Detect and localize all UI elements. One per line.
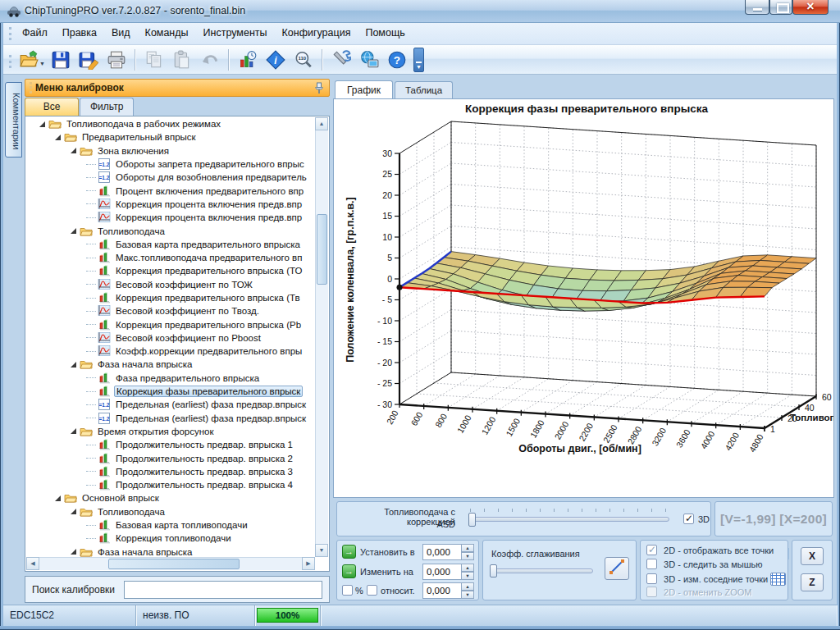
- info-button[interactable]: i: [263, 48, 288, 72]
- tree-item[interactable]: Базовая карта предварительного впрыска: [26, 238, 315, 251]
- overlay-slider[interactable]: [468, 517, 669, 522]
- tree-item[interactable]: Базовая карта топливоподачи: [26, 518, 315, 532]
- expand-arrow-icon[interactable]: [71, 428, 76, 434]
- expand-arrow-icon[interactable]: [71, 362, 76, 368]
- z-axis-button[interactable]: Z: [801, 573, 824, 591]
- set-value-input[interactable]: [422, 544, 462, 560]
- tree-item[interactable]: Продолжительность предвар. впрыска 3: [26, 465, 315, 478]
- tree-item[interactable]: =1.2Предельная (earliest) фаза предвар.в…: [26, 398, 315, 411]
- expand-arrow-icon[interactable]: [71, 148, 76, 153]
- minimize-button[interactable]: [745, 0, 769, 15]
- tree-item[interactable]: Коррекция предварительного впрыска (Pb: [26, 317, 315, 331]
- scroll-up-icon[interactable]: ▲: [315, 117, 328, 130]
- chart-area[interactable]: 302520151050- 5- 10- 15- 20- 25- 3020060…: [333, 98, 834, 498]
- tree-item[interactable]: Коррекция предварительного впрыска (ТО: [26, 264, 315, 277]
- tree-item[interactable]: Весовой коэффициент по Твозд.: [26, 304, 315, 317]
- open-file-button[interactable]: [16, 48, 41, 72]
- pin-icon[interactable]: [313, 82, 325, 100]
- undo-button[interactable]: [198, 48, 222, 72]
- expand-arrow-icon[interactable]: [71, 509, 76, 514]
- save-file-button[interactable]: [48, 48, 73, 72]
- tree-item[interactable]: Коррекция процента включения предв.впр: [26, 211, 315, 224]
- print-button[interactable]: [104, 48, 129, 72]
- tab-Таблица[interactable]: Таблица: [395, 81, 453, 98]
- change-value-spinner[interactable]: ▲▼: [461, 564, 474, 580]
- smoothing-slider-thumb[interactable]: [490, 564, 497, 578]
- vscroll-thumb[interactable]: [317, 214, 327, 285]
- tree-item[interactable]: Коррекция процента включения предв.впр: [26, 198, 315, 211]
- relative-value-spinner[interactable]: ▲▼: [461, 582, 474, 599]
- hscroll-thumb[interactable]: [108, 559, 240, 569]
- tree-item[interactable]: Коррекция фазы преварительного впрыск: [26, 385, 315, 398]
- scroll-right-icon[interactable]: ▶: [302, 557, 315, 570]
- percent-checkbox[interactable]: [342, 585, 353, 596]
- tree-folder[interactable]: Топливоподача: [26, 505, 315, 518]
- x-axis-button[interactable]: X: [801, 547, 824, 565]
- view-option-checkbox[interactable]: [646, 559, 657, 569]
- tree-item[interactable]: Продолжительность предвар. впрыска 4: [26, 478, 315, 491]
- close-button[interactable]: [792, 0, 829, 15]
- expand-arrow-icon[interactable]: [55, 495, 61, 501]
- expand-arrow-icon[interactable]: [55, 135, 61, 140]
- tree-item[interactable]: =1.2Обороты для возобновления предварите…: [26, 171, 315, 184]
- tree-item[interactable]: Коррекция предварительного впрыска (Тв: [26, 291, 315, 304]
- tree-item[interactable]: Фаза предварительного впрыска: [26, 372, 315, 385]
- tree-item[interactable]: =1.2Предельная (earliest) фаза предвар.в…: [26, 412, 315, 425]
- relative-checkbox[interactable]: [367, 585, 377, 596]
- menu-Вид[interactable]: Вид: [104, 23, 138, 42]
- tree-item[interactable]: Коэфф.коррекции предварительного впры: [26, 345, 315, 358]
- save-as-button[interactable]: [76, 48, 101, 72]
- web-update-button[interactable]: [357, 48, 381, 72]
- smoothing-slider[interactable]: [490, 568, 593, 573]
- tree-folder[interactable]: Топливоподача в рабочих режимах: [26, 117, 315, 130]
- tree-folder[interactable]: Фаза начала впрыска: [26, 546, 315, 558]
- copy-button[interactable]: [142, 48, 167, 72]
- set-value-spinner[interactable]: ▲▼: [461, 544, 474, 560]
- tab-График[interactable]: График: [335, 80, 393, 99]
- tree-item[interactable]: Весовой коэффициент по Pboost: [26, 331, 315, 345]
- tree-hscrollbar[interactable]: ◀ ▶: [26, 557, 315, 570]
- open-dropdown-icon[interactable]: ▼: [39, 61, 45, 66]
- tree-folder[interactable]: Топливоподача: [26, 224, 315, 237]
- menu-Конфигурация[interactable]: Конфигурация: [275, 23, 358, 42]
- maximize-button[interactable]: [769, 0, 792, 15]
- tree-folder[interactable]: Основной впрыск: [26, 491, 315, 504]
- view-option-checkbox[interactable]: [646, 573, 657, 584]
- menu-Файл[interactable]: Файл: [15, 23, 55, 42]
- tree-item[interactable]: Процент включения предварительного впр: [26, 184, 315, 197]
- scroll-left-icon[interactable]: ◀: [26, 557, 39, 570]
- menu-Инструменты[interactable]: Инструменты: [196, 23, 275, 42]
- change-value-input[interactable]: [422, 564, 462, 580]
- tab-Все[interactable]: Все: [25, 98, 79, 116]
- tree-folder[interactable]: Время открытия форсунок: [26, 425, 315, 438]
- view-option-checkbox[interactable]: [646, 545, 657, 555]
- tree-item[interactable]: Весовой коэффициент по ТОЖ: [26, 278, 315, 291]
- toolbar-overflow-button[interactable]: ▼: [413, 48, 424, 72]
- tree-folder[interactable]: Зона включения: [26, 144, 315, 158]
- paste-button[interactable]: [170, 48, 194, 72]
- relative-value-input[interactable]: [422, 582, 462, 599]
- tree-vscrollbar[interactable]: ▲ ▼: [315, 117, 328, 557]
- compare-stats-button[interactable]: [235, 48, 260, 72]
- tree-folder[interactable]: Предварительный впрыск: [26, 130, 315, 144]
- tree-item[interactable]: Макс.топливоподача предварительного вп: [26, 251, 315, 264]
- help-button[interactable]: ?: [385, 48, 409, 72]
- zoom-find-button[interactable]: 110: [291, 48, 316, 72]
- 3d-checkbox[interactable]: [683, 514, 694, 524]
- search-input[interactable]: [124, 581, 322, 599]
- tree-item[interactable]: Коррекция топливоподачи: [26, 532, 315, 545]
- neighbor-grid-button[interactable]: [770, 573, 786, 586]
- tab-comments[interactable]: Комментарии: [5, 82, 22, 158]
- overlay-slider-thumb[interactable]: [468, 513, 476, 527]
- tools-button[interactable]: [329, 48, 354, 72]
- apply-set-button[interactable]: [342, 545, 356, 559]
- apply-change-button[interactable]: [342, 564, 356, 578]
- menu-Команды[interactable]: Команды: [138, 23, 196, 42]
- tree-folder[interactable]: Фаза начала впрыска: [26, 358, 315, 371]
- expand-arrow-icon[interactable]: [39, 121, 45, 127]
- smoothing-apply-button[interactable]: [605, 557, 629, 580]
- menu-Помощь[interactable]: Помощь: [358, 23, 412, 42]
- expand-arrow-icon[interactable]: [71, 228, 76, 234]
- tab-Фильтр[interactable]: Фильтр: [80, 98, 134, 116]
- tree-item[interactable]: Продолжительность предвар. впрыска 1: [26, 438, 315, 451]
